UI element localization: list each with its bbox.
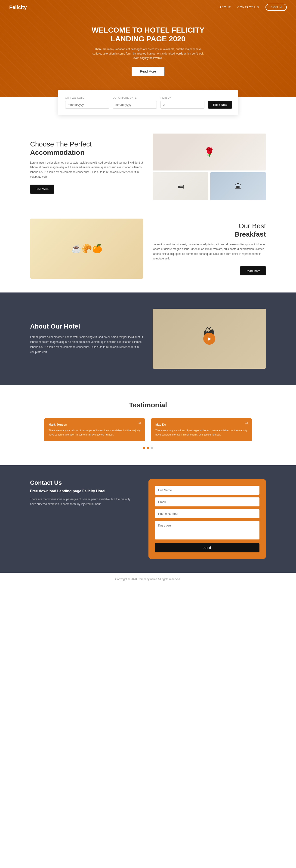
- hero-section: WELCOME TO HOTEL FELICITY LANDING PAGE 2…: [0, 0, 296, 97]
- dot-3[interactable]: [151, 447, 153, 449]
- hero-subtitle: There are many variations of passages of…: [90, 47, 206, 61]
- testimonial-card-1: Mark Jonson ❝ There are many variations …: [44, 418, 145, 441]
- breakfast-section: Our Best Breakfast Lorem ipsum dolor sit…: [21, 219, 275, 279]
- about-inner: About Our Hotel Lorem ipsum dolor sit am…: [21, 309, 275, 369]
- hero-cta-button[interactable]: Read More: [131, 67, 164, 76]
- testimonial-dots: [9, 447, 287, 449]
- play-button[interactable]: [203, 333, 215, 345]
- sign-in-button[interactable]: SIGN IN: [265, 4, 287, 11]
- testimonial-text-1: There are many variations of passages of…: [49, 429, 141, 437]
- see-more-button[interactable]: See More: [30, 185, 54, 194]
- dot-1[interactable]: [143, 447, 145, 449]
- quote-icon-2: ❝: [245, 422, 248, 428]
- contact-inner: Contact Us Free download Landing page Fe…: [21, 479, 275, 559]
- quote-icon-1: ❝: [138, 422, 142, 428]
- phone-input[interactable]: [155, 509, 260, 518]
- about-video-thumbnail: [153, 309, 266, 369]
- testimonial-heading: Testimonial: [9, 401, 287, 409]
- contact-section: Contact Us Free download Landing page Fe…: [0, 465, 296, 573]
- arrival-field: ARRIVAL DATE: [65, 97, 109, 108]
- navbar: Felicity ABOUT CONTACT US SIGN IN: [0, 0, 296, 14]
- accommodation-section: Choose The Perfect Accommodation Lorem i…: [21, 133, 275, 200]
- person-label: PERSON: [160, 97, 204, 99]
- accommodation-desc: Lorem ipsum dolor sit amet, consectetur …: [30, 160, 143, 179]
- testimonial-card-2: Mac Du ❝ There are many variations of pa…: [151, 418, 252, 441]
- breakfast-heading: Our Best Breakfast: [153, 222, 266, 239]
- fullname-input[interactable]: [155, 486, 260, 495]
- nav-about[interactable]: ABOUT: [219, 5, 231, 9]
- testimonial-name-2: Mac Du: [155, 423, 247, 426]
- hero-title: WELCOME TO HOTEL FELICITY LANDING PAGE 2…: [92, 26, 204, 43]
- accommodation-main-image: [153, 133, 266, 170]
- departure-label: DEPARTURE DATE: [113, 97, 157, 99]
- accommodation-left: Choose The Perfect Accommodation Lorem i…: [30, 140, 143, 194]
- contact-left: Contact Us Free download Landing page Fe…: [30, 479, 135, 506]
- arrival-input[interactable]: [65, 101, 109, 108]
- testimonial-section: Testimonial Mark Jonson ❝ There are many…: [0, 385, 296, 465]
- arrival-label: ARRIVAL DATE: [65, 97, 109, 99]
- send-button[interactable]: Send: [155, 543, 260, 552]
- breakfast-image: [30, 219, 143, 279]
- accommodation-heading: Choose The Perfect Accommodation: [30, 140, 143, 157]
- person-field: PERSON: [160, 97, 204, 108]
- contact-heading: Contact Us: [30, 479, 135, 486]
- accommodation-village-image: [210, 172, 266, 200]
- accommodation-room-image: [153, 172, 208, 200]
- message-input[interactable]: [155, 521, 260, 539]
- read-more-button[interactable]: Read More: [240, 267, 266, 275]
- breakfast-desc: Lorem ipsum dolor sit amet, consectetur …: [153, 242, 266, 261]
- footer: Copyright © 2020 Company name All rights…: [0, 573, 296, 585]
- testimonial-cards: Mark Jonson ❝ There are many variations …: [44, 418, 252, 441]
- booking-bar: ARRIVAL DATE DEPARTURE DATE PERSON Book …: [58, 90, 238, 115]
- accommodation-images: [153, 133, 266, 200]
- about-section: About Our Hotel Lorem ipsum dolor sit am…: [0, 292, 296, 385]
- testimonial-text-2: There are many variations of passages of…: [155, 429, 247, 437]
- breakfast-right: Our Best Breakfast Lorem ipsum dolor sit…: [153, 222, 266, 276]
- nav-logo: Felicity: [9, 4, 27, 10]
- about-heading: About Our Hotel: [30, 323, 143, 330]
- dot-2[interactable]: [147, 447, 149, 449]
- departure-input[interactable]: [113, 101, 157, 108]
- person-input[interactable]: [160, 101, 204, 108]
- contact-subheading: Free download Landing page Felicity Hote…: [30, 489, 135, 493]
- contact-desc: There are many variations of passages of…: [30, 497, 135, 506]
- nav-links: ABOUT CONTACT US SIGN IN: [219, 4, 287, 11]
- email-input[interactable]: [155, 497, 260, 506]
- book-now-button[interactable]: Book Now: [208, 101, 232, 108]
- nav-contact[interactable]: CONTACT US: [237, 5, 259, 9]
- about-left: About Our Hotel Lorem ipsum dolor sit am…: [30, 323, 143, 354]
- about-desc: Lorem ipsum dolor sit amet, consectetur …: [30, 335, 143, 354]
- contact-form: Send: [148, 479, 266, 559]
- departure-field: DEPARTURE DATE: [113, 97, 157, 108]
- footer-text: Copyright © 2020 Company name All rights…: [115, 578, 181, 581]
- testimonial-name-1: Mark Jonson: [49, 423, 141, 426]
